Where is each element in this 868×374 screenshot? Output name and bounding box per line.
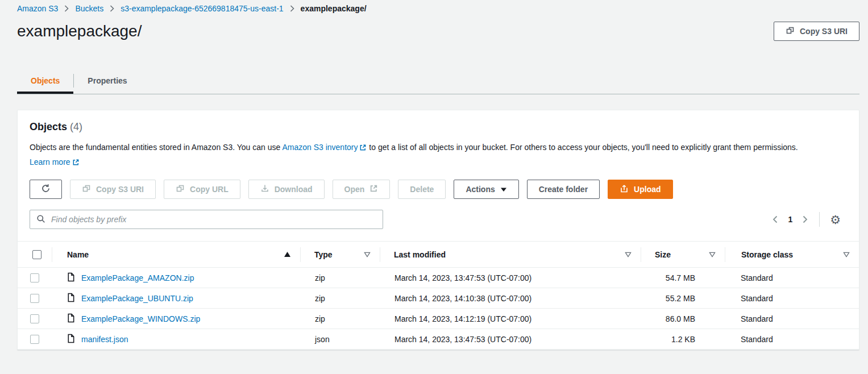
page-header: examplepackage/ Copy S3 URI [17, 22, 859, 41]
copy-s3-uri-label: Copy S3 URI [800, 27, 848, 36]
breadcrumb-buckets[interactable]: Buckets [75, 4, 103, 13]
object-name-cell: manifest.json [52, 334, 300, 345]
column-header-name[interactable]: Name [52, 247, 300, 262]
last-modified-cell: March 14, 2023, 14:10:38 (UTC-07:00) [380, 294, 641, 303]
current-page-number[interactable]: 1 [782, 215, 798, 224]
sort-icon [364, 250, 371, 259]
search-input[interactable] [50, 214, 376, 225]
breadcrumb-amazon-s3[interactable]: Amazon S3 [17, 4, 58, 13]
upload-label: Upload [634, 185, 661, 194]
create-folder-button[interactable]: Create folder [527, 180, 600, 199]
previous-page-button[interactable] [768, 213, 782, 226]
select-all-cell [18, 247, 52, 262]
actions-label: Actions [466, 185, 495, 194]
table-row: ExamplePackage_UBUNTU.zip zip March 14, … [18, 288, 859, 309]
learn-more-link[interactable]: Learn more [30, 157, 80, 167]
create-folder-label: Create folder [539, 185, 588, 194]
copy-icon [82, 184, 91, 195]
object-count: (4) [70, 121, 82, 132]
object-type-cell: zip [300, 314, 380, 323]
chevron-right-icon [290, 5, 294, 12]
row-checkbox[interactable] [30, 314, 39, 323]
object-type-cell: zip [300, 294, 380, 303]
breadcrumb-current-prefix: examplepackage/ [301, 4, 367, 13]
row-checkbox[interactable] [30, 273, 39, 282]
type-header-label: Type [314, 250, 333, 259]
panel-description: Objects are the fundamental entities sto… [30, 140, 828, 170]
breadcrumb-bucket-name[interactable]: s3-examplepackage-652669818475-us-east-1 [121, 4, 283, 13]
object-link[interactable]: ExamplePackage_WINDOWS.zip [81, 314, 200, 323]
delete-button[interactable]: Delete [398, 180, 446, 199]
preferences-gear-button[interactable]: ⚙ [827, 214, 844, 226]
tab-bar: Objects Properties [17, 68, 859, 94]
object-link[interactable]: ExamplePackage_UBUNTU.zip [81, 294, 193, 303]
objects-toolbar: Copy S3 URI Copy URL Download Open [30, 180, 848, 199]
tab-objects[interactable]: Objects [17, 68, 73, 94]
row-select-cell [18, 273, 52, 282]
object-link[interactable]: ExamplePackage_AMAZON.zip [81, 273, 194, 282]
panel-title: Objects (4) [30, 121, 848, 133]
column-header-type[interactable]: Type [300, 247, 380, 262]
download-button[interactable]: Download [248, 180, 325, 199]
description-text: Objects are the fundamental entities sto… [30, 143, 282, 152]
external-link-icon [72, 159, 80, 168]
name-header-label: Name [67, 250, 89, 259]
learn-more-label: Learn more [30, 157, 70, 167]
filter-row: 1 ⚙ [30, 210, 848, 241]
pagination-divider [819, 212, 820, 227]
search-box [30, 210, 383, 229]
copy-s3-uri-toolbar-button[interactable]: Copy S3 URI [70, 180, 156, 199]
tab-properties[interactable]: Properties [74, 68, 140, 94]
upload-button[interactable]: Upload [608, 180, 672, 199]
last-modified-cell: March 14, 2023, 13:47:53 (UTC-07:00) [380, 273, 641, 282]
description-text: to get a list of all objects in your buc… [367, 143, 798, 152]
copy-url-button[interactable]: Copy URL [164, 180, 240, 199]
open-button[interactable]: Open [333, 180, 391, 199]
table-row: ExamplePackage_WINDOWS.zip zip March 14,… [18, 309, 859, 329]
row-select-cell [18, 294, 52, 303]
row-select-cell [18, 335, 52, 344]
upload-icon [620, 184, 629, 195]
copy-s3-uri-button[interactable]: Copy S3 URI [774, 22, 859, 41]
last-modified-header-label: Last modified [394, 250, 446, 259]
actions-dropdown-button[interactable]: Actions [454, 180, 518, 199]
object-link[interactable]: manifest.json [81, 335, 128, 344]
table-row: manifest.json json March 14, 2023, 13:47… [18, 329, 859, 350]
file-icon [67, 293, 75, 304]
caret-down-icon [500, 185, 507, 194]
objects-panel: Objects (4) Objects are the fundamental … [17, 110, 859, 350]
copy-icon [786, 26, 795, 37]
last-modified-cell: March 14, 2023, 14:12:19 (UTC-07:00) [380, 314, 641, 323]
table-header-row: Name Type Last modified Size [18, 242, 859, 268]
select-all-checkbox[interactable] [32, 250, 41, 259]
column-header-size[interactable]: Size [641, 247, 725, 262]
page-title: examplepackage/ [17, 22, 142, 40]
column-header-storage-class[interactable]: Storage class [725, 247, 859, 262]
row-checkbox[interactable] [30, 294, 39, 303]
row-checkbox[interactable] [30, 335, 39, 344]
copy-icon [176, 184, 185, 195]
amazon-s3-inventory-link[interactable]: Amazon S3 inventory [282, 143, 367, 152]
copy-s3-uri-label: Copy S3 URI [96, 185, 144, 194]
storage-class-cell: Standard [725, 314, 859, 323]
breadcrumb: Amazon S3 Buckets s3-examplepackage-6526… [17, 0, 859, 13]
file-icon [67, 334, 75, 345]
size-cell: 86.0 MB [641, 314, 725, 323]
panel-title-text: Objects [30, 121, 67, 132]
file-icon [67, 313, 75, 325]
gear-icon: ⚙ [830, 213, 841, 226]
open-label: Open [344, 185, 365, 194]
next-page-button[interactable] [798, 213, 812, 226]
chevron-right-icon [64, 5, 69, 12]
search-icon [36, 214, 45, 225]
storage-class-cell: Standard [725, 335, 859, 344]
column-header-last-modified[interactable]: Last modified [380, 247, 641, 262]
table-row: ExamplePackage_AMAZON.zip zip March 14, … [18, 268, 859, 288]
chevron-right-icon [110, 5, 114, 12]
objects-table: Name Type Last modified Size [18, 241, 859, 350]
refresh-button[interactable] [30, 180, 62, 199]
storage-class-cell: Standard [725, 273, 859, 282]
last-modified-cell: March 14, 2023, 13:47:53 (UTC-07:00) [380, 335, 641, 344]
download-icon [260, 184, 269, 195]
sort-icon [625, 250, 632, 259]
